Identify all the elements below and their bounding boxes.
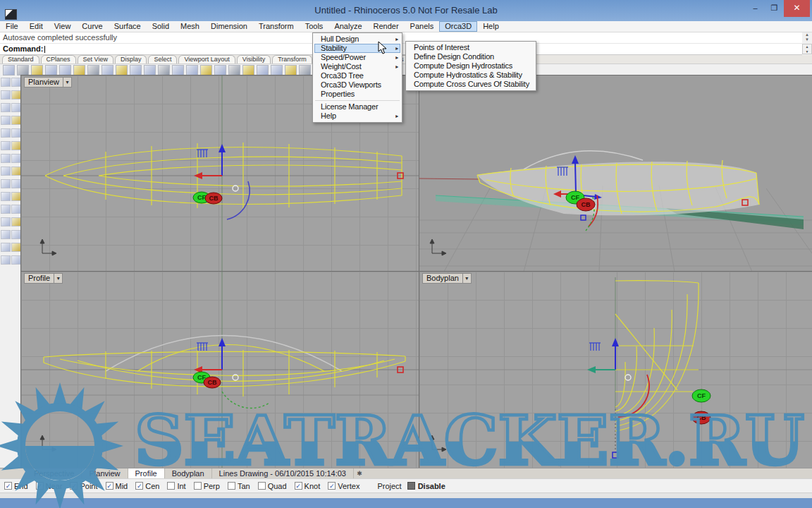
- history-scrollbar[interactable]: ▲ ▼: [802, 32, 812, 43]
- toolbar-icon[interactable]: [130, 65, 142, 75]
- viewport-label-bodyplan[interactable]: Bodyplan: [422, 273, 463, 284]
- command-spinner[interactable]: ▲ ▼: [802, 44, 812, 54]
- menu-item-help[interactable]: Help: [477, 21, 505, 32]
- minimize-button[interactable]: –: [746, 0, 765, 17]
- toolbar-icon[interactable]: [102, 65, 113, 75]
- tool-icon[interactable]: [11, 141, 21, 150]
- menu-item-hull-design[interactable]: Hull Design▸: [314, 35, 400, 44]
- menu-item-solid[interactable]: Solid: [147, 21, 175, 32]
- tool-icon[interactable]: [1, 103, 11, 112]
- toolbar-tab-set-view[interactable]: Set View: [78, 55, 113, 64]
- viewport-profile[interactable]: Profile ▾: [21, 272, 419, 468]
- viewport-dropdown-icon[interactable]: ▾: [63, 77, 72, 87]
- viewport-tab-planview[interactable]: Planview: [82, 468, 128, 478]
- toolbar-tab-visibility[interactable]: Visibility: [237, 55, 271, 64]
- checkbox[interactable]: [194, 482, 202, 490]
- disable-checkbox[interactable]: [407, 482, 415, 490]
- submenu-item-compute-hydrostatics-stability[interactable]: Compute Hydrostatics & Stability: [407, 71, 534, 80]
- menu-item-tools[interactable]: Tools: [300, 21, 329, 32]
- osnap-toggle-end[interactable]: ✓End: [4, 482, 28, 490]
- checkbox[interactable]: [167, 482, 175, 490]
- toolbar-icon[interactable]: [228, 65, 240, 75]
- spin-down-icon[interactable]: ▼: [803, 49, 811, 54]
- tool-icon[interactable]: [11, 78, 21, 87]
- toolbar-icon[interactable]: [31, 65, 43, 75]
- checkbox[interactable]: ✓: [106, 482, 113, 490]
- viewport-label-profile[interactable]: Profile: [24, 273, 54, 284]
- menu-item-weight-cost[interactable]: Weight/Cost▸: [314, 62, 400, 71]
- menu-item-license-manager[interactable]: License Manager: [314, 102, 400, 111]
- viewport-dropdown-icon[interactable]: ▾: [463, 273, 472, 284]
- menu-item-properties[interactable]: Properties: [314, 90, 400, 99]
- osnap-toggle-vertex[interactable]: ✓Vertex: [328, 482, 359, 490]
- toolbar-icon[interactable]: [242, 65, 254, 75]
- checkbox[interactable]: ✓: [295, 482, 302, 490]
- menu-item-speed-power[interactable]: Speed/Power▸: [314, 53, 400, 62]
- toolbar-icon[interactable]: [144, 65, 156, 75]
- menu-item-orca3d-tree[interactable]: Orca3D Tree: [314, 71, 400, 80]
- checkbox[interactable]: [258, 482, 266, 490]
- menu-item-stability[interactable]: Stability▸: [314, 44, 400, 53]
- viewport-label-planview[interactable]: Planview: [24, 77, 63, 87]
- tool-icon[interactable]: [1, 154, 11, 163]
- menu-item-view[interactable]: View: [49, 21, 77, 32]
- menu-item-analyze[interactable]: Analyze: [328, 21, 367, 32]
- viewport-tabs-menu-icon[interactable]: ✱: [354, 468, 365, 478]
- tool-icon[interactable]: [1, 230, 11, 239]
- menu-item-orca3d-viewports[interactable]: Orca3D Viewports: [314, 80, 400, 90]
- toolbar-icon[interactable]: [116, 65, 128, 75]
- close-button[interactable]: ✕: [784, 0, 810, 17]
- menu-item-help[interactable]: Help▸: [314, 111, 400, 121]
- viewport-tab-profile[interactable]: Profile: [128, 468, 165, 478]
- osnap-project-label[interactable]: Project: [377, 482, 401, 490]
- tool-icon[interactable]: [1, 116, 11, 125]
- toolbar-icon[interactable]: [285, 65, 297, 75]
- tool-icon[interactable]: [1, 167, 11, 176]
- toolbar-icon[interactable]: [45, 65, 57, 75]
- scroll-down-icon[interactable]: ▼: [802, 37, 812, 42]
- tool-icon[interactable]: [1, 217, 11, 226]
- checkbox[interactable]: ✓: [328, 482, 336, 490]
- menu-item-surface[interactable]: Surface: [109, 21, 147, 32]
- toolbar-tab-cplanes[interactable]: CPlanes: [41, 55, 76, 64]
- toolbar-tab-display[interactable]: Display: [115, 55, 147, 64]
- toolbar-icon[interactable]: [200, 65, 212, 75]
- checkbox[interactable]: ✓: [70, 482, 78, 490]
- viewport-dropdown-icon[interactable]: ▾: [54, 273, 63, 284]
- toolbar-icon[interactable]: [17, 65, 29, 75]
- toolbar-tab-transform[interactable]: Transform: [272, 55, 312, 64]
- osnap-toggle-knot[interactable]: ✓Knot: [295, 482, 321, 490]
- menu-item-render[interactable]: Render: [368, 21, 405, 32]
- tool-icon[interactable]: [1, 192, 11, 201]
- menu-item-orca3d[interactable]: Orca3D: [439, 21, 477, 32]
- osnap-toggle-point[interactable]: ✓Point: [70, 482, 97, 490]
- spin-up-icon[interactable]: ▲: [803, 44, 811, 49]
- menu-item-transform[interactable]: Transform: [253, 21, 300, 32]
- tool-icon[interactable]: [1, 128, 11, 138]
- osnap-toggle-tan[interactable]: Tan: [228, 482, 250, 490]
- tool-icon[interactable]: [11, 255, 21, 265]
- menu-item-curve[interactable]: Curve: [76, 21, 108, 32]
- tool-icon[interactable]: [1, 205, 11, 214]
- toolbar-icon[interactable]: [271, 65, 283, 75]
- viewport-tab-perspective[interactable]: Perspective: [27, 468, 82, 478]
- toolbar-icon[interactable]: [172, 65, 184, 75]
- tool-icon[interactable]: [11, 217, 21, 226]
- toolbar-icon[interactable]: [214, 65, 226, 75]
- tool-icon[interactable]: [1, 90, 11, 99]
- menu-item-edit[interactable]: Edit: [24, 21, 49, 32]
- tool-icon[interactable]: [11, 230, 21, 239]
- toolbar-tab-viewport-layout[interactable]: Viewport Layout: [178, 55, 235, 64]
- toolbar-icon[interactable]: [299, 65, 311, 75]
- toolbar-icon[interactable]: [59, 65, 71, 75]
- osnap-toggle-perp[interactable]: Perp: [194, 482, 220, 490]
- toolbar-icon[interactable]: [3, 65, 15, 75]
- submenu-item-points-of-interest[interactable]: Points of Interest: [407, 43, 534, 52]
- tool-icon[interactable]: [1, 243, 11, 252]
- menu-item-dimension[interactable]: Dimension: [205, 21, 253, 32]
- viewport-perspective[interactable]: CF CB: [419, 75, 812, 272]
- tool-icon[interactable]: [11, 103, 21, 112]
- submenu-item-compute-cross-curves[interactable]: Compute Cross Curves Of Stability: [407, 80, 534, 89]
- toolbar-tab-standard[interactable]: Standard: [2, 55, 39, 64]
- scroll-up-icon[interactable]: ▲: [802, 32, 812, 37]
